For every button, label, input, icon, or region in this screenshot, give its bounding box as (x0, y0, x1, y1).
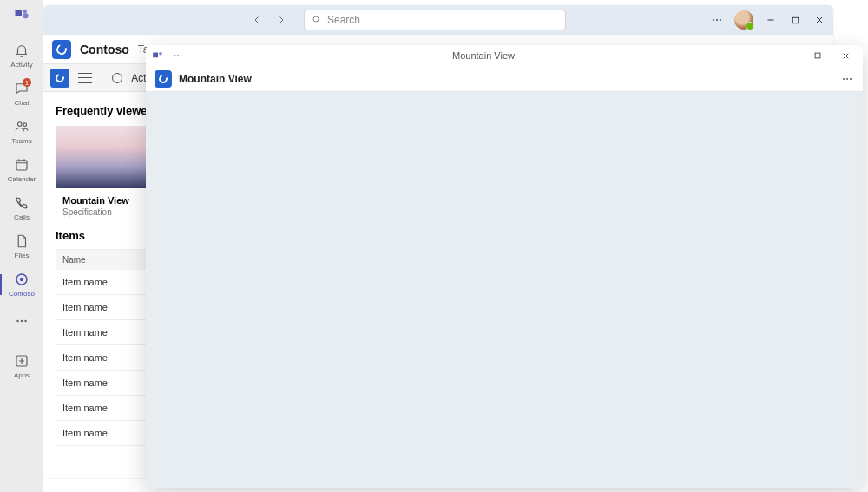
settings-more-button[interactable] (710, 13, 724, 27)
popup-titlebar-more-button[interactable] (172, 49, 184, 62)
contoso-logo-icon (155, 70, 172, 88)
popup-close-button[interactable] (838, 49, 852, 62)
rail-label: Teams (11, 137, 32, 146)
rail-label: Calendar (8, 175, 36, 184)
svg-point-21 (177, 55, 179, 56)
file-icon (13, 233, 30, 250)
title-actions (710, 10, 826, 30)
popup-window: Mountain View Mountain View (146, 45, 863, 488)
rail-item-activity[interactable]: Activity (0, 36, 43, 75)
popup-titlebar: Mountain View (146, 45, 863, 66)
contoso-logo-icon (50, 69, 69, 88)
rail-item-apps[interactable]: Apps (0, 347, 43, 385)
popup-header: Mountain View (146, 66, 863, 92)
svg-point-12 (313, 16, 319, 22)
svg-rect-23 (815, 53, 820, 58)
nav-arrows (250, 13, 288, 27)
svg-point-15 (720, 19, 721, 21)
svg-point-10 (24, 320, 26, 322)
svg-point-4 (23, 123, 27, 127)
apps-add-icon (13, 352, 30, 370)
popup-window-controls (783, 49, 858, 62)
nav-back-button[interactable] (250, 13, 264, 27)
chat-badge: 1 (23, 78, 31, 87)
search-icon (312, 15, 322, 25)
svg-rect-0 (16, 10, 23, 17)
svg-point-7 (20, 278, 24, 282)
teams-logo-icon (13, 5, 30, 23)
svg-rect-17 (153, 53, 158, 58)
svg-point-26 (850, 77, 852, 79)
rail-item-more[interactable] (0, 307, 43, 335)
teams-logo-icon (151, 49, 165, 62)
svg-point-1 (23, 10, 28, 14)
svg-rect-2 (23, 13, 29, 18)
svg-point-8 (16, 320, 18, 322)
popup-minimize-button[interactable] (783, 49, 797, 62)
popup-body (146, 92, 863, 488)
rail-item-contoso[interactable]: Contoso (0, 266, 43, 304)
radio-icon[interactable] (112, 73, 122, 83)
svg-point-24 (843, 77, 845, 79)
popup-header-more-button[interactable] (840, 72, 854, 86)
popup-window-title: Mountain View (184, 50, 783, 61)
rail-label: Chat (15, 99, 30, 108)
svg-point-20 (174, 55, 176, 56)
svg-point-9 (21, 320, 23, 322)
rail-label: Apps (14, 371, 30, 380)
nav-forward-button[interactable] (274, 13, 288, 27)
rail-item-calls[interactable]: Calls (0, 189, 43, 227)
rail-label: Calls (14, 213, 30, 222)
title-bar: Search (43, 5, 833, 35)
rail-label: Files (15, 252, 30, 260)
svg-point-18 (159, 52, 162, 56)
popup-maximize-button[interactable] (811, 49, 825, 62)
svg-rect-16 (792, 17, 798, 23)
bell-icon (13, 42, 30, 59)
svg-point-22 (181, 55, 182, 56)
search-input[interactable]: Search (304, 10, 566, 30)
people-icon (13, 118, 30, 135)
user-avatar[interactable] (734, 10, 753, 30)
rail-item-teams[interactable]: Teams (0, 113, 43, 151)
contoso-app-icon (13, 271, 30, 288)
search-placeholder: Search (327, 14, 360, 26)
svg-rect-5 (16, 161, 27, 170)
app-name: Contoso (80, 43, 129, 56)
ellipsis-icon (13, 312, 30, 330)
svg-point-13 (713, 19, 714, 21)
rail-label: Activity (10, 61, 32, 69)
rail-item-calendar[interactable]: Calendar (0, 151, 43, 189)
contoso-logo-icon (52, 40, 71, 59)
window-close-button[interactable] (812, 13, 826, 27)
calendar-icon (13, 156, 30, 174)
rail-label: Contoso (9, 290, 35, 298)
window-maximize-button[interactable] (788, 13, 802, 27)
svg-point-14 (716, 19, 718, 21)
window-minimize-button[interactable] (764, 13, 778, 27)
svg-point-25 (846, 77, 848, 79)
phone-icon (13, 194, 30, 212)
hamburger-menu-button[interactable] (78, 73, 92, 83)
rail-item-chat[interactable]: 1 Chat (0, 75, 43, 113)
rail-item-files[interactable]: Files (0, 227, 43, 266)
app-rail: Activity 1 Chat Teams Calendar Calls Fil… (0, 0, 43, 492)
svg-point-3 (18, 122, 23, 127)
popup-header-title: Mountain View (179, 73, 252, 85)
